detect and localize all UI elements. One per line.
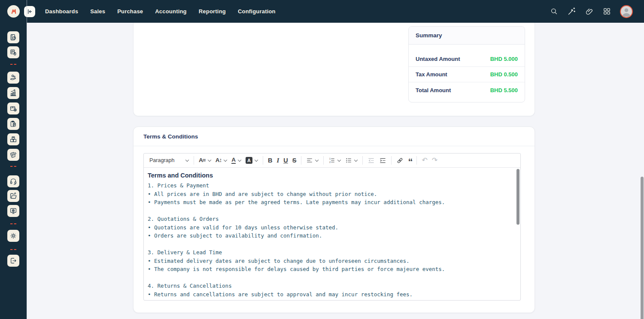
page-scrollbar-thumb[interactable] (641, 177, 644, 319)
toolbar-separator (391, 156, 392, 165)
undo-icon: ↶ (422, 157, 427, 164)
terms-line: 1. Prices & Payment (148, 181, 516, 190)
terms-card: Terms & Conditions Paragraph A≡ A↕ A (133, 126, 535, 313)
magic-wand-icon[interactable] (567, 7, 576, 16)
indent-icon (379, 157, 386, 164)
sidebar-divider (10, 249, 16, 250)
sidebar-item-pos-monitor[interactable] (7, 205, 19, 217)
total-amount-value: BHD 5.500 (490, 87, 518, 93)
outdent-button[interactable] (365, 155, 377, 166)
nav-dashboards[interactable]: Dashboards (45, 8, 78, 15)
text-color-icon: A (231, 157, 236, 164)
sidebar-divider (10, 223, 16, 224)
sidebar-item-logout[interactable] (7, 255, 19, 267)
strikethrough-icon: S (292, 157, 297, 164)
italic-icon: I (276, 157, 279, 164)
font-family-icon: A≡ (199, 157, 206, 163)
bold-icon: B (268, 157, 272, 164)
person-icon (621, 6, 632, 17)
search-icon[interactable] (550, 7, 558, 15)
nav-sales[interactable]: Sales (90, 8, 105, 15)
nav-reporting[interactable]: Reporting (199, 8, 226, 15)
sidebar-item-support[interactable] (7, 175, 19, 187)
user-avatar[interactable] (620, 5, 633, 18)
sidebar-item-billing[interactable] (7, 149, 19, 161)
toolbar-separator (263, 156, 263, 165)
insert-link-button[interactable] (394, 155, 406, 166)
sidebar-item-sales[interactable] (7, 72, 19, 84)
toolbar-separator (323, 156, 324, 165)
ordered-list-dropdown[interactable]: 1 2 (326, 155, 343, 166)
toolbar-separator (416, 156, 417, 165)
align-left-icon (306, 157, 313, 164)
summary-title: Summary (409, 27, 525, 45)
terms-line: • Custom or special orders are non-refun… (148, 298, 516, 300)
tax-amount-value: BHD 0.500 (490, 71, 518, 78)
strikethrough-button[interactable]: S (290, 155, 299, 166)
terms-line: • The company is not responsible for del… (148, 265, 516, 274)
bullet-list-dropdown[interactable] (343, 155, 360, 166)
terms-line (148, 240, 516, 249)
collapse-left-icon (26, 8, 33, 15)
sidebar-divider (10, 166, 16, 167)
highlight-color-button[interactable]: A (243, 155, 260, 166)
paragraph-style-label: Paragraph (149, 157, 174, 163)
editor-content-area[interactable]: Terms and Conditions 1. Prices & Payment… (144, 168, 520, 300)
font-family-button[interactable]: A≡ (197, 155, 213, 166)
sidebar-item-inventory[interactable] (7, 133, 19, 145)
terms-line: 4. Returns & Cancellations (148, 282, 516, 290)
sidebar-item-documents[interactable] (7, 190, 19, 202)
indent-button[interactable] (377, 155, 389, 166)
nav-configuration[interactable]: Configuration (238, 8, 276, 15)
bullet-list-icon (345, 157, 352, 164)
paragraph-style-dropdown[interactable]: Paragraph (147, 155, 191, 166)
redo-button[interactable]: ↷ (430, 155, 440, 166)
terms-line: • Estimated delivery dates are subject t… (148, 257, 516, 265)
text-color-button[interactable]: A (229, 155, 243, 166)
toolbar-separator (194, 156, 194, 165)
sidebar-item-clipboard-report[interactable] (7, 118, 19, 130)
topbar: Dashboards Sales Purchase Accounting Rep… (0, 0, 644, 23)
nav-accounting[interactable]: Accounting (155, 8, 187, 15)
undo-button[interactable]: ↶ (419, 155, 429, 166)
app-logo[interactable] (7, 5, 20, 18)
link-icon (396, 157, 404, 164)
summary-row-total: Total Amount BHD 5.500 (409, 82, 525, 98)
sidebar-item-settings[interactable] (7, 230, 19, 242)
main-content: Summary Untaxed Amount BHD 5.000 Tax Amo… (27, 23, 644, 319)
underline-icon: U (283, 157, 288, 164)
nav-purchase[interactable]: Purchase (117, 8, 143, 15)
outdent-icon (368, 157, 375, 164)
sidebar-item-calculator[interactable] (7, 46, 19, 58)
svg-text:2: 2 (329, 161, 331, 163)
sidebar-item-reports-chart[interactable] (7, 87, 19, 99)
chevron-down-icon (337, 158, 341, 161)
paperclip-icon[interactable] (585, 7, 594, 16)
toolbar-separator (362, 156, 363, 165)
rich-text-editor: Paragraph A≡ A↕ A A (143, 153, 521, 301)
text-align-dropdown[interactable] (304, 155, 321, 166)
chevron-down-icon (224, 158, 227, 161)
blockquote-icon: “ (408, 160, 412, 164)
underline-button[interactable]: U (281, 155, 290, 166)
summary-row-tax: Tax Amount BHD 0.500 (409, 67, 525, 82)
summary-panel: Summary Untaxed Amount BHD 5.000 Tax Amo… (408, 26, 525, 102)
sidebar-collapse-button[interactable] (24, 6, 35, 17)
italic-button[interactable]: I (274, 155, 281, 166)
terms-content-heading: Terms and Conditions (148, 172, 516, 179)
main-nav: Dashboards Sales Purchase Accounting Rep… (45, 8, 276, 15)
ordered-list-icon: 1 2 (328, 157, 335, 164)
bold-button[interactable]: B (266, 155, 274, 166)
chevron-down-icon (207, 158, 211, 161)
editor-scrollbar-thumb[interactable] (516, 169, 519, 225)
toolbar-separator (301, 156, 301, 165)
font-size-button[interactable]: A↕ (213, 155, 230, 166)
sidebar-item-journal[interactable] (7, 31, 19, 43)
blockquote-button[interactable]: “ (406, 155, 414, 166)
chevron-down-icon (354, 158, 358, 161)
sidebar-item-package-add[interactable] (7, 102, 19, 114)
redo-icon: ↷ (432, 157, 437, 164)
apps-grid-icon[interactable] (603, 7, 611, 15)
terms-line: • Orders are subject to availability and… (148, 232, 516, 240)
logo-mark-icon (9, 7, 18, 16)
